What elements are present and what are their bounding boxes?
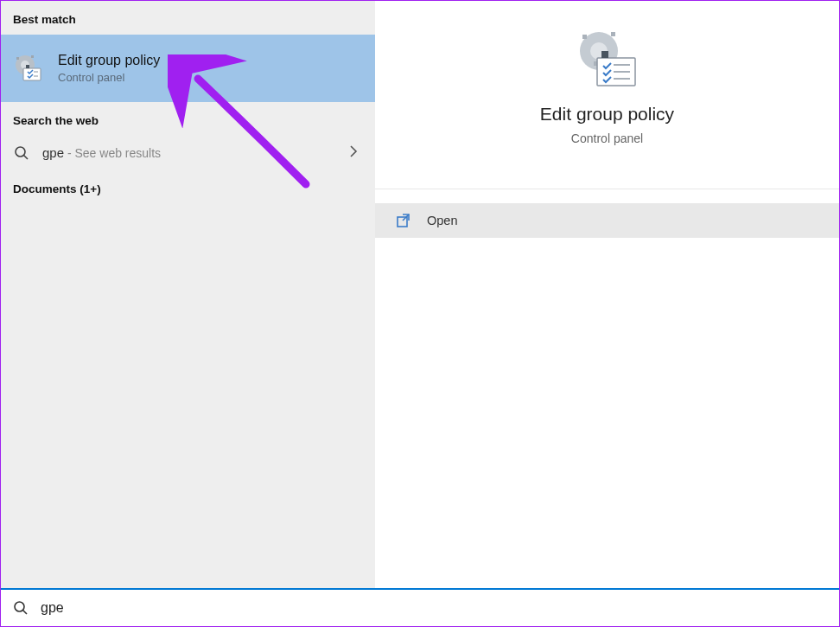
svg-line-9 [24, 156, 29, 160]
group-policy-large-icon [573, 27, 642, 92]
svg-rect-16 [601, 51, 608, 58]
search-web-section-header: Search the web [1, 102, 375, 136]
svg-point-8 [16, 147, 25, 157]
preview-title: Edit group policy [540, 104, 674, 125]
svg-point-22 [15, 602, 24, 611]
documents-section-header: Documents (1+) [1, 170, 375, 204]
search-results-panel: Best match Edit group policy [1, 1, 375, 589]
best-match-result[interactable]: Edit group policy Control panel [1, 35, 375, 102]
search-input[interactable] [41, 600, 827, 616]
svg-rect-13 [611, 32, 615, 36]
web-query-text: gpe [42, 145, 64, 160]
svg-rect-12 [582, 35, 587, 39]
group-policy-icon [13, 53, 44, 84]
preview-hero: Edit group policy Control panel [375, 1, 839, 189]
open-icon [396, 213, 411, 228]
best-match-section-header: Best match [1, 1, 375, 35]
best-match-subtitle: Control panel [58, 71, 160, 84]
open-action[interactable]: Open [375, 203, 839, 238]
svg-rect-2 [16, 57, 19, 60]
preview-panel: Edit group policy Control panel Open [375, 1, 839, 589]
preview-subtitle: Control panel [571, 131, 643, 145]
search-icon [13, 144, 30, 162]
svg-line-23 [23, 611, 28, 615]
web-search-result[interactable]: gpe - See web results [1, 136, 375, 170]
svg-rect-5 [26, 65, 29, 68]
search-icon [13, 600, 29, 616]
open-action-label: Open [427, 214, 457, 227]
chevron-right-icon [349, 145, 358, 161]
svg-rect-3 [31, 55, 34, 58]
best-match-title: Edit group policy [58, 53, 160, 68]
search-bar [1, 588, 839, 626]
web-hint-text: - See web results [64, 146, 161, 160]
